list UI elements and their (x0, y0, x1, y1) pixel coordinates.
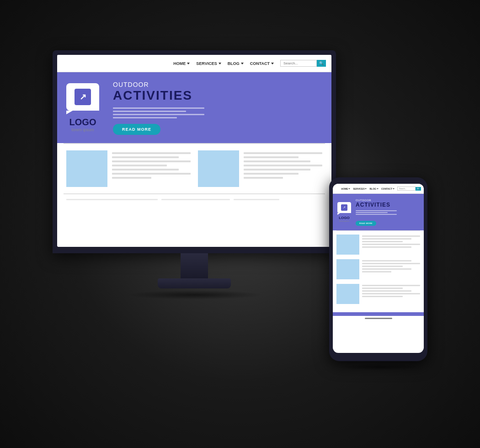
card-image-1 (66, 150, 107, 187)
nav-blog[interactable]: BLOG (228, 61, 244, 66)
phone-hero-line (356, 212, 388, 213)
monitor-shadow (126, 290, 263, 299)
logo-area: ↗ LOGO lorem ipsum (66, 83, 99, 132)
footer-line (234, 199, 279, 200)
hero-title-lg: ACTIVITIES (113, 88, 322, 103)
phone-nav: HOME SERVICES BLOG CONTACT (333, 184, 424, 194)
logo-main-text: LOGO (69, 117, 96, 128)
phone-nav-blog[interactable]: BLOG (369, 187, 378, 190)
nav-blog-label: BLOG (228, 61, 240, 66)
phone-card-3 (336, 284, 420, 304)
logo-sub-text: lorem ipsum (69, 128, 96, 132)
nav-services[interactable]: SERVICES (196, 61, 221, 66)
content-card-2 (198, 150, 322, 187)
phone-nav-home[interactable]: HOME (341, 187, 350, 190)
phone-logo-arrow-icon: ↗ (341, 204, 347, 211)
phone-card-2 (336, 259, 420, 279)
phone-card-line (362, 235, 420, 237)
content-section (57, 144, 331, 193)
nav-home[interactable]: HOME (173, 61, 190, 66)
phone-card-line (362, 263, 420, 264)
phone-card-line (362, 285, 420, 286)
phone-card-lines-3 (362, 284, 420, 304)
card-line (244, 160, 310, 162)
phone-bezel: HOME SERVICES BLOG CONTACT (329, 177, 427, 361)
logo-text-area: LOGO lorem ipsum (69, 117, 96, 132)
phone-card-line (362, 271, 391, 272)
hero-content: OUTDOOR ACTIVITIES READ MORE (113, 81, 322, 135)
phone-home-bar (333, 316, 424, 321)
phone-logo-icon: ↗ (337, 202, 351, 213)
phone-card-image-2 (336, 259, 359, 279)
card-line (244, 152, 322, 154)
phone-home-indicator (365, 318, 392, 319)
search-input[interactable] (280, 60, 317, 67)
phone-card-line (362, 266, 403, 267)
monitor-base (158, 278, 231, 288)
phone-logo-area: ↗ LOGO lorem ipsum (337, 202, 351, 222)
phone-hero-lines (356, 210, 419, 215)
card-line (244, 177, 283, 179)
card-image-2 (198, 150, 239, 187)
phone-shadow (337, 364, 420, 370)
hero-line-1 (113, 107, 204, 109)
card-lines-2 (244, 150, 322, 187)
phone-screen: HOME SERVICES BLOG CONTACT (333, 184, 424, 353)
phone-hero-line (356, 210, 397, 211)
nav-home-label: HOME (173, 61, 186, 66)
content-card-1 (66, 150, 191, 187)
phone-device: HOME SERVICES BLOG CONTACT (329, 177, 427, 370)
phone-content (333, 231, 424, 312)
phone-nav-services-label: SERVICES (353, 187, 364, 190)
phone-card-1 (336, 235, 420, 255)
desktop-nav: HOME SERVICES BLOG CONTACT (57, 55, 331, 72)
phone-read-more-button[interactable]: READ MORE (356, 221, 376, 226)
phone-card-line (362, 246, 411, 248)
monitor-screen: HOME SERVICES BLOG CONTACT (57, 55, 331, 247)
nav-home-arrow (187, 63, 190, 64)
card-line (112, 173, 191, 175)
phone-notch (365, 177, 392, 182)
phone-hero-content: OUTDOOR ACTIVITIES READ MORE (356, 199, 419, 226)
hero-line-2 (113, 111, 186, 112)
footer-lines (57, 194, 331, 205)
phone-card-line (362, 268, 411, 270)
phone-card-line (362, 260, 411, 261)
phone-search-button[interactable]: 🔍 (416, 187, 421, 191)
phone-card-lines-2 (362, 259, 420, 279)
hero-title-sm: OUTDOOR (113, 81, 322, 88)
search-box: 🔍 (280, 60, 326, 67)
phone-nav-contact[interactable]: CONTACT (381, 187, 395, 190)
phone-card-lines-1 (362, 235, 420, 255)
phone-nav-home-arrow (348, 188, 350, 189)
nav-contact[interactable]: CONTACT (250, 61, 274, 66)
read-more-button[interactable]: READ MORE (113, 124, 160, 135)
phone-nav-services[interactable]: SERVICES (353, 187, 367, 190)
card-line (244, 169, 310, 171)
hero-section: ↗ LOGO lorem ipsum OUTDOOR ACTIVITIES (57, 72, 331, 143)
nav-services-label: SERVICES (196, 61, 217, 66)
phone-hero-line (356, 214, 397, 215)
footer-line (66, 199, 158, 200)
monitor-bezel: HOME SERVICES BLOG CONTACT (53, 50, 336, 253)
phone-logo-sub: lorem ipsum (339, 220, 350, 222)
card-line (112, 177, 151, 179)
phone-logo-text: LOGO lorem ipsum (339, 216, 350, 222)
phone-hero: ↗ LOGO lorem ipsum OUTDOOR ACTIVITIES (333, 194, 424, 230)
hero-line-4 (113, 117, 177, 118)
phone-bottom-bar (333, 312, 424, 316)
desktop-monitor: HOME SERVICES BLOG CONTACT (53, 50, 336, 299)
phone-card-line (362, 293, 420, 294)
card-line (112, 152, 191, 154)
phone-card-line (362, 244, 420, 245)
phone-nav-contact-label: CONTACT (381, 187, 392, 190)
search-button[interactable]: 🔍 (317, 60, 326, 67)
scene: HOME SERVICES BLOG CONTACT (53, 50, 427, 398)
card-line (112, 160, 191, 162)
monitor-neck (181, 253, 208, 278)
card-lines-1 (112, 150, 191, 187)
phone-search-input[interactable] (397, 187, 416, 191)
logo-arrow-icon: ↗ (75, 89, 91, 105)
phone-search-box: 🔍 (397, 187, 421, 191)
hero-line-3 (113, 114, 204, 115)
